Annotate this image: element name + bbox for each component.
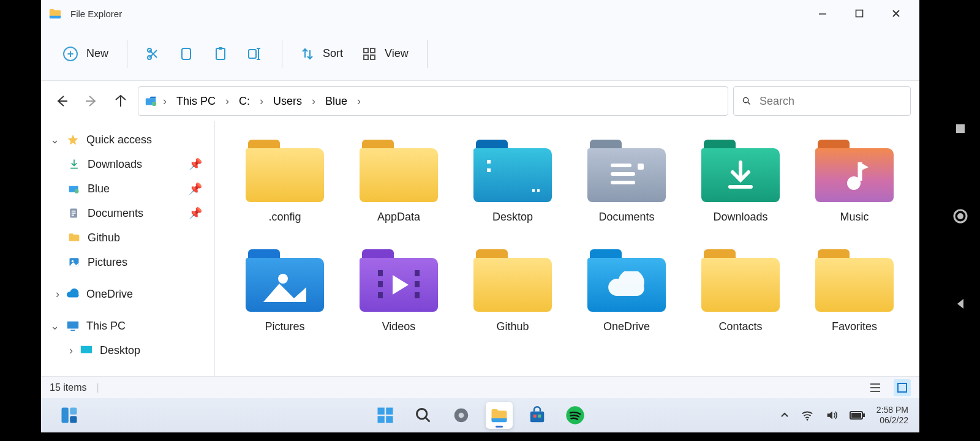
pin-icon: 📌 (189, 206, 208, 220)
minimize-button[interactable] (804, 0, 841, 27)
pin-icon: 📌 (189, 157, 208, 171)
cut-button[interactable] (136, 40, 170, 68)
chevron-right-icon: › (258, 95, 265, 108)
taskbar: 2:58 PM 06/2/22 (41, 398, 919, 432)
folder-icon (587, 249, 666, 312)
store-button[interactable] (524, 402, 551, 429)
monitor-icon (64, 319, 81, 333)
battery-icon[interactable] (850, 410, 865, 420)
folder-icon (587, 140, 666, 202)
address-bar[interactable]: › This PC › C: › Users › Blue › (138, 86, 728, 116)
svg-point-16 (75, 189, 79, 194)
folder-item[interactable]: Github (458, 246, 568, 337)
tray-chevron-up-icon[interactable] (780, 410, 790, 420)
svg-rect-41 (415, 292, 420, 298)
folder-item[interactable]: Contacts (685, 246, 796, 337)
svg-rect-30 (611, 164, 631, 167)
details-view-button[interactable] (867, 379, 884, 396)
folder-label: Videos (382, 320, 416, 333)
back-button[interactable] (954, 297, 967, 311)
search-button[interactable] (410, 402, 437, 429)
start-button[interactable] (372, 402, 399, 429)
sidebar-item-downloads[interactable]: Downloads 📌 (41, 152, 214, 176)
view-button[interactable]: View (353, 40, 418, 68)
crumb-users[interactable]: Users (268, 92, 307, 110)
search-box[interactable] (733, 86, 911, 116)
svg-rect-39 (415, 270, 420, 276)
forward-button[interactable] (79, 89, 104, 113)
widgets-button[interactable] (56, 402, 83, 429)
icons-view-button[interactable] (894, 379, 911, 396)
search-icon (742, 95, 751, 107)
svg-rect-6 (219, 47, 222, 50)
folder-label: OneDrive (603, 320, 650, 333)
new-button[interactable]: + New (53, 40, 118, 68)
sidebar-item-pictures[interactable]: Pictures (41, 250, 214, 274)
back-button[interactable] (50, 89, 74, 113)
folder-item[interactable]: Downloads (685, 136, 796, 227)
folder-item[interactable]: Pictures (230, 246, 340, 337)
settings-button[interactable] (448, 402, 475, 429)
sort-button[interactable]: Sort (291, 40, 353, 68)
sidebar-item-documents[interactable]: Documents 📌 (41, 201, 214, 225)
svg-rect-37 (378, 281, 383, 287)
sidebar-this-pc[interactable]: ⌄ This PC (41, 314, 214, 338)
sidebar-onedrive[interactable]: › OneDrive (41, 282, 214, 306)
svg-rect-20 (72, 215, 74, 216)
folder-label: Music (840, 211, 869, 224)
sidebar-quick-access[interactable]: ⌄ Quick access (41, 127, 214, 152)
maximize-button[interactable] (841, 0, 878, 27)
divider (127, 40, 127, 68)
folder-icon (66, 232, 83, 244)
svg-rect-45 (70, 416, 77, 423)
folder-item[interactable]: OneDrive (571, 246, 682, 337)
folder-item[interactable]: AppData (344, 136, 454, 227)
clock[interactable]: 2:58 PM 06/2/22 (876, 405, 908, 426)
file-explorer-icon (48, 7, 62, 20)
rename-button[interactable] (238, 40, 273, 68)
sidebar-item-desktop[interactable]: › Desktop (41, 338, 214, 363)
new-label: New (86, 47, 108, 60)
close-button[interactable] (878, 0, 914, 27)
folder-item[interactable]: Music (799, 136, 910, 227)
file-explorer-taskbar[interactable] (486, 402, 513, 429)
recent-apps-button[interactable] (954, 122, 967, 135)
desktop-icon (78, 344, 95, 357)
svg-point-52 (459, 413, 464, 418)
svg-rect-47 (386, 408, 393, 415)
folder-icon (701, 140, 780, 202)
folder-item[interactable]: .config (230, 136, 340, 227)
sidebar-item-blue[interactable]: Blue 📌 (41, 176, 214, 201)
paste-button[interactable] (203, 40, 238, 68)
rename-icon (247, 47, 263, 61)
svg-rect-32 (611, 181, 635, 184)
svg-rect-19 (72, 213, 76, 214)
folder-item[interactable]: Documents (571, 136, 682, 227)
sidebar-item-github[interactable]: Github (41, 225, 214, 250)
search-input[interactable] (760, 95, 902, 108)
pin-icon: 📌 (189, 182, 208, 195)
svg-point-34 (847, 176, 861, 190)
copy-button[interactable] (170, 40, 203, 68)
crumb-this-pc[interactable]: This PC (172, 92, 221, 110)
wifi-icon[interactable] (801, 409, 814, 422)
folder-item[interactable]: Favorites (799, 246, 910, 337)
crumb-c[interactable]: C: (234, 92, 255, 110)
svg-point-22 (72, 260, 74, 262)
chevron-down-icon: ⌄ (41, 133, 59, 146)
svg-rect-55 (538, 415, 541, 418)
up-button[interactable] (108, 89, 133, 113)
folder-label: Downloads (713, 211, 767, 224)
download-icon (66, 158, 83, 170)
spotify-button[interactable] (562, 402, 589, 429)
scissors-icon (146, 47, 160, 61)
sidebar: ⌄ Quick access Downloads 📌 Blue 📌 (41, 121, 215, 376)
svg-rect-53 (530, 412, 545, 423)
folder-item[interactable]: Videos (344, 246, 454, 337)
home-button[interactable] (952, 208, 969, 225)
star-icon (64, 134, 81, 146)
crumb-blue[interactable]: Blue (320, 92, 352, 110)
document-icon (66, 207, 83, 219)
volume-icon[interactable] (825, 409, 839, 422)
folder-item[interactable]: Desktop (458, 136, 568, 227)
